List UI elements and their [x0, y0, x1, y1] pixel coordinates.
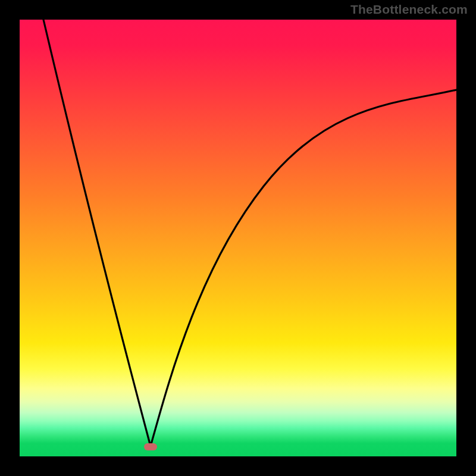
- bottleneck-curve: [20, 20, 456, 456]
- curve-right-branch: [151, 90, 456, 446]
- plot-area: [20, 20, 456, 456]
- optimum-marker: [144, 443, 157, 450]
- attribution-text: TheBottleneck.com: [350, 2, 468, 17]
- curve-left-branch: [43, 20, 151, 446]
- chart-frame: TheBottleneck.com: [0, 0, 476, 476]
